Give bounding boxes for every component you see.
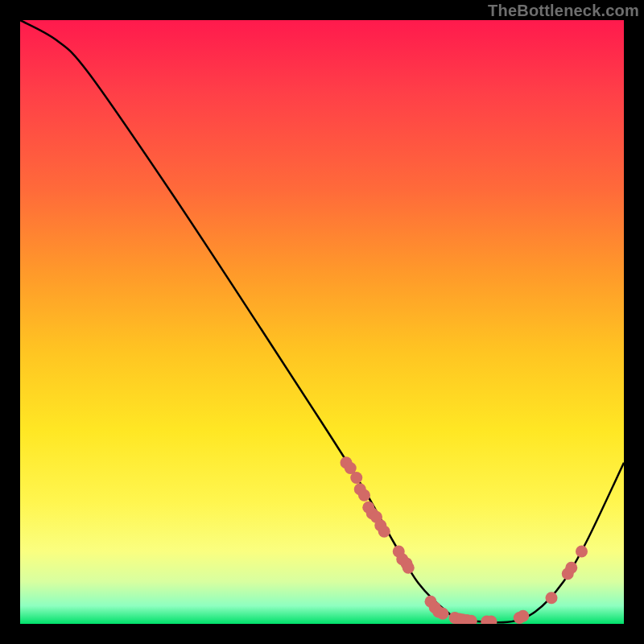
chart-svg	[20, 20, 624, 624]
scatter-point	[517, 610, 529, 622]
scatter-point	[437, 608, 449, 620]
watermark-label: TheBottleneck.com	[488, 2, 639, 20]
scatter-point	[378, 526, 390, 538]
scatter-point	[350, 472, 362, 484]
scatter-point	[358, 489, 370, 502]
chart-plot-area	[20, 20, 624, 624]
scatter-point	[402, 562, 415, 574]
chart-stage: TheBottleneck.com	[0, 0, 644, 644]
scatter-points	[341, 456, 588, 624]
scatter-point	[576, 546, 588, 558]
scatter-point	[546, 592, 558, 604]
scatter-point	[565, 562, 577, 574]
bottleneck-curve	[20, 20, 624, 622]
